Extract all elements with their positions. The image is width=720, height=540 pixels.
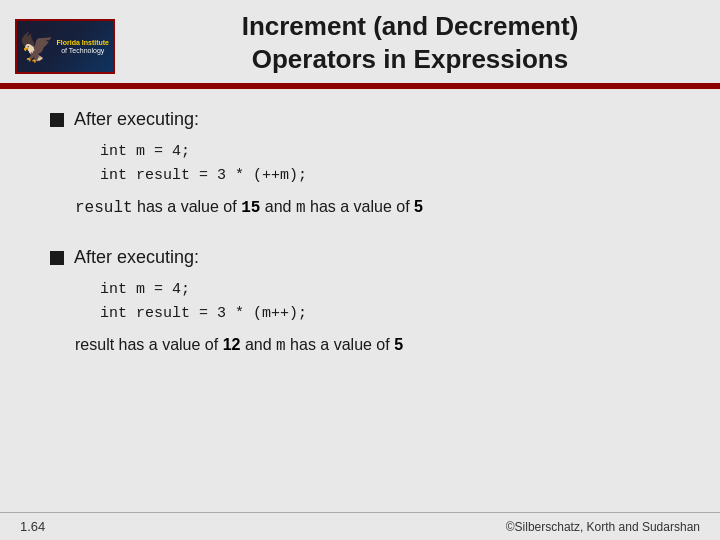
bullet1-label: After executing: xyxy=(74,109,199,130)
slide: 🦅 Florida Institute of Technology Increm… xyxy=(0,0,720,540)
page-number: 1.64 xyxy=(20,519,45,534)
result1-post: has a value of xyxy=(306,198,415,215)
code1-line1: int m = 4; xyxy=(100,140,680,164)
logo-area: 🦅 Florida Institute of Technology xyxy=(10,19,120,74)
logo-box: 🦅 Florida Institute of Technology xyxy=(15,19,115,74)
title-line1: Increment (and Decrement) xyxy=(242,11,579,41)
result2-mid: and xyxy=(240,336,276,353)
result1-var: result xyxy=(75,199,133,217)
result2-pre: result has a value of xyxy=(75,336,223,353)
bullet2-icon xyxy=(50,251,64,265)
section2: After executing: int m = 4; int result =… xyxy=(50,247,680,373)
result2-mid-val: 5 xyxy=(394,336,403,353)
bullet1-header: After executing: xyxy=(50,109,680,130)
result2-post: has a value of xyxy=(286,336,395,353)
title-line2: Operators in Expressions xyxy=(252,44,568,74)
slide-title: Increment (and Decrement) Operators in E… xyxy=(120,10,700,75)
logo-line1: Florida Institute xyxy=(57,38,110,46)
code2-line2: int result = 3 * (m++); xyxy=(100,302,680,326)
bullet2-label: After executing: xyxy=(74,247,199,268)
code1-line2: int result = 3 * (++m); xyxy=(100,164,680,188)
section1: After executing: int m = 4; int result =… xyxy=(50,109,680,235)
code2-line1: int m = 4; xyxy=(100,278,680,302)
bullet1-icon xyxy=(50,113,64,127)
bullet2-header: After executing: xyxy=(50,247,680,268)
result1-val: 15 xyxy=(241,199,260,217)
result1-pre: has a value of xyxy=(133,198,242,215)
logo-line2: of Technology xyxy=(57,47,110,55)
title-area: Increment (and Decrement) Operators in E… xyxy=(120,10,700,83)
copyright-text: ©Silberschatz, Korth and Sudarshan xyxy=(506,520,700,534)
logo-eagle-icon: 🦅 xyxy=(19,30,54,63)
result1-line: result has a value of 15 and m has a val… xyxy=(75,198,680,217)
content-area: After executing: int m = 4; int result =… xyxy=(0,89,720,512)
code-block-2: int m = 4; int result = 3 * (m++); xyxy=(100,278,680,326)
result1-mid-var: m xyxy=(296,199,306,217)
result2-val: 12 xyxy=(223,336,241,353)
result2-mid-var: m xyxy=(276,337,286,355)
header: 🦅 Florida Institute of Technology Increm… xyxy=(0,0,720,86)
result1-mid-val: 5 xyxy=(414,198,423,215)
footer: 1.64 ©Silberschatz, Korth and Sudarshan xyxy=(0,512,720,540)
logo-text-area: Florida Institute of Technology xyxy=(57,38,110,55)
code-block-1: int m = 4; int result = 3 * (++m); xyxy=(100,140,680,188)
result1-mid: and xyxy=(260,198,296,215)
result2-line: result has a value of 12 and m has a val… xyxy=(75,336,680,355)
